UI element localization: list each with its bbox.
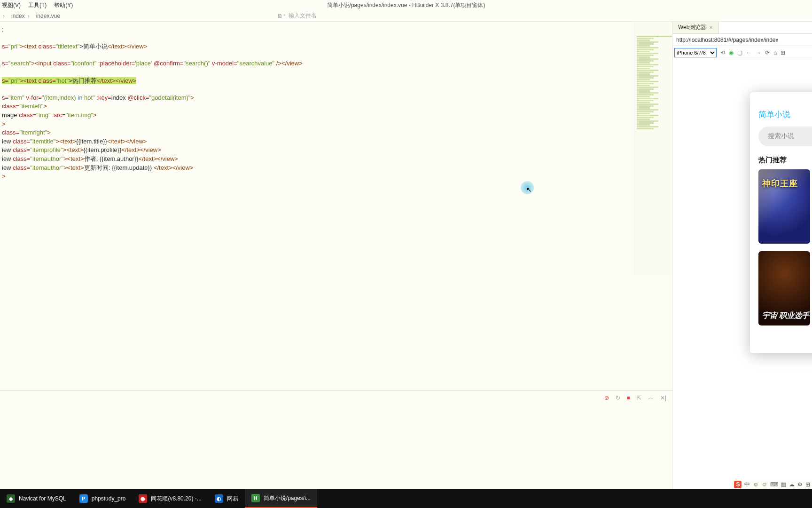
device-select[interactable]: iPhone 6/7/8 [674, 48, 717, 57]
book-title: 宇宙 职业选手 [762, 311, 809, 321]
ime-lang[interactable]: 中 [744, 481, 750, 489]
sync-icon[interactable]: ◉ [729, 49, 734, 56]
tray-icon[interactable]: ⊞ [805, 481, 810, 488]
file-search-icon: 🗎⁺ [277, 13, 286, 19]
system-tray: S 中 ☺ ☺ ⌨ ▦ ☁ ⚙ ⊞ [732, 480, 812, 489]
netease-icon: ◐ [215, 494, 223, 503]
app-title: 简单小说 [750, 105, 812, 127]
chevron-right-icon: › [3, 13, 5, 19]
stop-icon[interactable]: ⊘ [604, 395, 609, 401]
collapse-up-icon[interactable]: ︿ [648, 394, 654, 402]
menu-help[interactable]: 帮助(Y) [54, 1, 73, 9]
taskbar-item-ths[interactable]: ◉ 同花顺(v8.80.20) -... [132, 489, 208, 508]
tray-icon[interactable]: ☁ [789, 481, 795, 488]
taskbar-item-navicat[interactable]: ◆ Navicat for MySQL [0, 489, 73, 508]
menu-tools[interactable]: 工具(T) [28, 1, 47, 9]
device-frame[interactable]: u 简单小说 搜索小说 热门推荐 神印王座 宇宙 职业选手 [750, 92, 812, 353]
ime-indicator-icon[interactable]: S [734, 481, 742, 488]
code-editor[interactable]: ; s="pri"><text class="titletext">简单小说</… [0, 22, 672, 508]
book-list: 神印王座 宇宙 职业选手 [750, 169, 812, 325]
book-title: 神印王座 [762, 178, 798, 189]
rotate-icon[interactable]: ⟲ [720, 49, 725, 56]
taskbar: ◆ Navicat for MySQL P phpstudy_pro ◉ 同花顺… [0, 489, 812, 508]
browser-tabs: Web浏览器 ✕ [672, 22, 812, 34]
tray-icon[interactable]: ⚙ [797, 481, 803, 488]
navicat-icon: ◆ [7, 494, 15, 503]
cursor-icon: ↖ [526, 186, 532, 193]
search-placeholder: 搜索小说 [768, 132, 794, 141]
url-text: http://localhost:8081/#/pages/index/inde… [676, 37, 779, 43]
window-title: 简单小说/pages/index/index.vue - HBuilder X … [327, 1, 485, 9]
app-search-input[interactable]: 搜索小说 [758, 127, 812, 146]
chevron-right-icon: › [28, 13, 30, 19]
web-browser-panel: Web浏览器 ✕ http://localhost:8081/#/pages/i… [672, 22, 812, 508]
close-icon[interactable]: ✕ [709, 25, 713, 30]
forward-icon[interactable]: → [756, 49, 761, 56]
breadcrumb-file[interactable]: index.vue [36, 13, 60, 19]
book-card[interactable]: 宇宙 职业选手 [758, 251, 810, 325]
home-icon[interactable]: ⌂ [773, 49, 777, 56]
menu-bar: 视图(V) 工具(T) 帮助(Y) 简单小说/pages/index/index… [0, 0, 812, 10]
browser-toolbar: iPhone 6/7/8 ⟲ ◉ ▢ ← → ⟳ ⌂ ⊞ [672, 46, 812, 59]
file-search[interactable]: 🗎⁺ 输入文件名 [277, 12, 317, 20]
browser-tab-label: Web浏览器 [678, 24, 706, 32]
screenshot-icon[interactable]: ▢ [737, 49, 742, 56]
menu-view[interactable]: 视图(V) [2, 1, 21, 9]
tray-icon[interactable]: ☺ [753, 481, 758, 488]
popout-icon[interactable]: ⇱ [637, 395, 641, 401]
device-preview-area: u 简单小说 搜索小说 热门推荐 神印王座 宇宙 职业选手 [672, 59, 812, 508]
console-toolbar: ⊘ ↻ ■ ⇱ ︿ ✕| [0, 390, 672, 405]
breadcrumb-folder[interactable]: index [11, 13, 25, 19]
taskbar-item-hbuilder[interactable]: H 简单小说/pages/i... [245, 489, 317, 508]
browser-tab[interactable]: Web浏览器 ✕ [672, 22, 719, 33]
tray-icon[interactable]: ▦ [781, 481, 786, 488]
close-icon[interactable]: ✕| [660, 395, 666, 401]
phpstudy-icon: P [79, 494, 88, 503]
taskbar-item-netease[interactable]: ◐ 网易 [208, 489, 245, 508]
ths-icon: ◉ [139, 494, 147, 503]
phone-statusbar: u [750, 92, 812, 105]
section-hot: 热门推荐 [750, 156, 812, 169]
terminate-icon[interactable]: ■ [627, 395, 630, 401]
hbuilder-icon: H [251, 494, 260, 502]
taskbar-item-phpstudy[interactable]: P phpstudy_pro [73, 489, 133, 508]
refresh-icon[interactable]: ⟳ [765, 49, 770, 56]
restart-icon[interactable]: ↻ [616, 395, 620, 401]
url-bar[interactable]: http://localhost:8081/#/pages/index/inde… [672, 34, 812, 46]
book-card[interactable]: 神印王座 [758, 169, 810, 244]
tab-row: › index › index.vue 🗎⁺ 输入文件名 [0, 10, 812, 22]
tray-icon[interactable]: ⌨ [770, 481, 778, 488]
back-icon[interactable]: ← [746, 49, 752, 56]
file-search-placeholder: 输入文件名 [289, 12, 317, 20]
tray-icon[interactable]: ☺ [762, 481, 767, 488]
devtools-icon[interactable]: ⊞ [781, 49, 785, 56]
minimap[interactable] [634, 22, 672, 276]
